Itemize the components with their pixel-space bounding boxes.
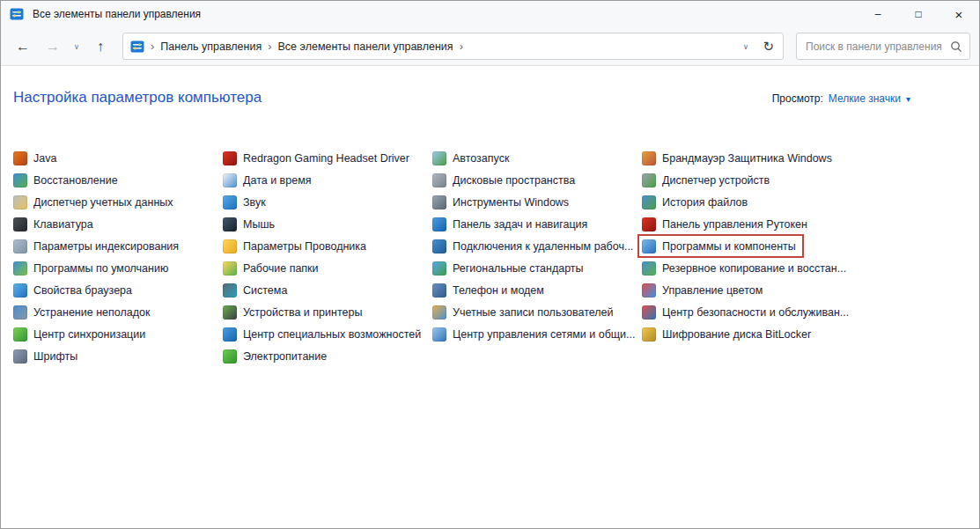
titlebar: Все элементы панели управления – □ × <box>1 1 979 27</box>
control-panel-item[interactable]: Телефон и модем <box>432 279 544 301</box>
control-panel-item[interactable]: Диспетчер учетных данных <box>13 191 173 213</box>
forward-button[interactable]: → <box>40 33 66 60</box>
control-panel-item[interactable]: Дата и время <box>223 169 312 191</box>
keyboard-icon <box>13 217 27 231</box>
search-input[interactable] <box>804 40 945 54</box>
control-panel-item[interactable]: Redragon Gaming Headset Driver <box>223 147 409 169</box>
control-panel-item[interactable]: Параметры индексирования <box>13 235 179 257</box>
backup-restore-icon <box>642 261 656 276</box>
content-area: Настройка параметров компьютера Просмотр… <box>1 66 979 528</box>
item-label: Панель задач и навигация <box>453 218 587 231</box>
control-panel-item[interactable]: Резервное копирование и восстан... <box>642 257 846 279</box>
control-panel-item[interactable]: Клавиатура <box>13 213 93 235</box>
item-label: Программы по умолчанию <box>33 262 168 275</box>
java-icon <box>13 151 27 165</box>
control-panel-item[interactable]: Шрифты <box>13 345 77 367</box>
remote-desktop-icon <box>432 239 446 253</box>
item-label: Подключения к удаленным рабоч... <box>453 240 633 253</box>
item-label: Параметры индексирования <box>33 240 179 253</box>
control-panel-item[interactable]: Java <box>13 147 56 169</box>
view-dropdown-icon[interactable]: ▾ <box>906 94 910 104</box>
control-panel-item[interactable]: Устранение неполадок <box>13 301 150 323</box>
breadcrumb-all-items[interactable]: Все элементы панели управления <box>278 40 453 53</box>
storage-spaces-icon <box>432 173 446 187</box>
control-panel-item[interactable]: Диспетчер устройств <box>642 169 770 191</box>
item-label: Звук <box>243 196 266 209</box>
control-panel-item[interactable]: Центр специальных возможностей <box>223 323 421 345</box>
ease-of-access-icon <box>223 327 237 342</box>
mouse-icon <box>223 217 237 231</box>
control-panel-item[interactable]: Система <box>223 279 287 301</box>
address-dropdown-icon[interactable]: ∨ <box>743 42 749 51</box>
item-label: Телефон и модем <box>453 284 544 297</box>
control-panel-item[interactable]: Программы по умолчанию <box>13 257 168 279</box>
control-panel-item[interactable]: Управление цветом <box>642 279 763 301</box>
file-history-icon <box>642 195 656 209</box>
history-dropdown-icon[interactable]: ∨ <box>70 33 84 60</box>
control-panel-item[interactable]: Учетные записи пользователей <box>432 301 614 323</box>
rutoken-icon <box>642 217 656 231</box>
item-label: История файлов <box>662 196 748 209</box>
item-label: Центр управления сетями и общи... <box>453 328 635 341</box>
item-label: Региональные стандарты <box>453 262 584 275</box>
item-label: Java <box>33 152 56 165</box>
item-label: Панель управления Рутокен <box>662 218 807 231</box>
region-icon <box>432 261 446 276</box>
minimize-button[interactable]: – <box>858 1 898 27</box>
item-label: Свойства браузера <box>33 284 132 297</box>
default-programs-icon <box>13 261 27 276</box>
control-panel-item[interactable]: Дисковые пространства <box>432 169 575 191</box>
control-panel-item[interactable]: История файлов <box>642 191 748 213</box>
back-button[interactable]: ← <box>10 33 36 60</box>
breadcrumb-separator-icon: › <box>151 40 154 52</box>
page-title: Настройка параметров компьютера <box>13 89 262 107</box>
internet-options-icon <box>13 283 27 298</box>
control-panel-item[interactable]: Автозапуск <box>432 147 509 169</box>
items-column-4: Брандмауэр Защитника WindowsДиспетчер ус… <box>642 147 851 367</box>
control-panel-item[interactable]: Электропитание <box>223 345 327 367</box>
search-icon[interactable] <box>950 40 962 53</box>
control-panel-item[interactable]: Инструменты Windows <box>432 191 569 213</box>
item-label: Управление цветом <box>662 284 763 297</box>
control-panel-item[interactable]: Панель задач и навигация <box>432 213 587 235</box>
control-panel-item[interactable]: Мышь <box>223 213 275 235</box>
control-panel-item[interactable]: Устройства и принтеры <box>223 301 362 323</box>
control-panel-item[interactable]: Центр управления сетями и общи... <box>432 323 635 345</box>
security-maintenance-icon <box>642 305 656 320</box>
control-panel-item[interactable]: Восстановление <box>13 169 118 191</box>
control-panel-item[interactable]: Центр безопасности и обслуживан... <box>642 301 849 323</box>
windows-tools-icon <box>432 195 446 209</box>
control-panel-item[interactable]: Рабочие папки <box>223 257 319 279</box>
item-label: Клавиатура <box>33 218 93 231</box>
control-panel-item[interactable]: Свойства браузера <box>13 279 132 301</box>
control-panel-item[interactable]: Звук <box>223 191 266 213</box>
file-explorer-options-icon <box>223 239 237 253</box>
control-panel-item[interactable]: Региональные стандарты <box>432 257 584 279</box>
content-header: Настройка параметров компьютера Просмотр… <box>13 89 965 107</box>
breadcrumb-control-panel[interactable]: Панель управления <box>160 40 262 53</box>
control-panel-item[interactable]: Параметры Проводника <box>223 235 366 257</box>
color-management-icon <box>642 283 656 298</box>
work-folders-icon <box>223 261 237 276</box>
control-panel-item[interactable]: Программы и компоненты <box>642 235 796 257</box>
item-label: Резервное копирование и восстан... <box>662 262 846 275</box>
item-label: Электропитание <box>243 350 327 363</box>
refresh-icon[interactable]: ↻ <box>763 39 774 55</box>
item-label: Шифрование диска BitLocker <box>662 328 811 341</box>
fonts-icon <box>13 349 27 364</box>
control-panel-item[interactable]: Подключения к удаленным рабоч... <box>432 235 633 257</box>
item-label: Шрифты <box>33 350 77 363</box>
close-button[interactable]: × <box>939 1 979 27</box>
up-button[interactable]: ↑ <box>87 33 114 60</box>
bitlocker-icon <box>642 327 656 342</box>
address-bar[interactable]: › Панель управления › Все элементы панел… <box>122 33 784 60</box>
control-panel-item[interactable]: Центр синхронизации <box>13 323 145 345</box>
control-panel-item[interactable]: Панель управления Рутокен <box>642 213 807 235</box>
item-label: Программы и компоненты <box>662 240 796 253</box>
control-panel-item[interactable]: Шифрование диска BitLocker <box>642 323 811 345</box>
item-label: Учетные записи пользователей <box>453 306 614 319</box>
view-value-link[interactable]: Мелкие значки <box>829 92 901 105</box>
navigation-bar: ← → ∨ ↑ › Панель управления › Все элемен… <box>1 27 979 66</box>
control-panel-item[interactable]: Брандмауэр Защитника Windows <box>642 147 832 169</box>
maximize-button[interactable]: □ <box>898 1 939 27</box>
